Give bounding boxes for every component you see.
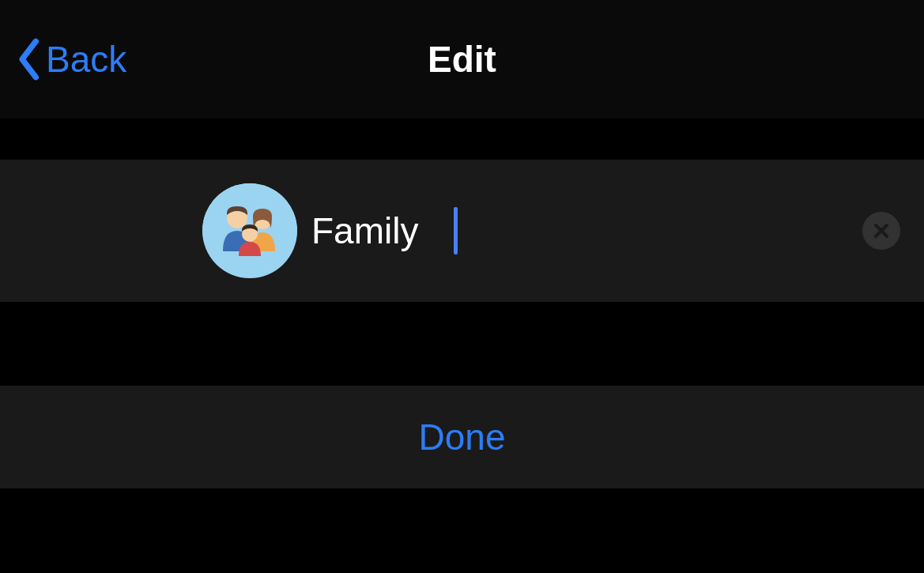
done-button[interactable]: Done bbox=[0, 386, 924, 488]
nav-header: Back Edit bbox=[0, 0, 924, 119]
group-avatar[interactable] bbox=[202, 183, 297, 278]
family-icon bbox=[202, 183, 297, 278]
group-name-input[interactable] bbox=[311, 209, 454, 252]
name-input-wrap bbox=[297, 207, 862, 254]
spacer bbox=[0, 119, 924, 160]
done-label: Done bbox=[419, 416, 506, 458]
name-edit-row bbox=[0, 160, 924, 302]
page-title: Edit bbox=[0, 38, 924, 81]
text-cursor bbox=[454, 207, 458, 254]
chevron-left-icon bbox=[16, 37, 41, 81]
back-button[interactable]: Back bbox=[0, 37, 126, 81]
x-icon bbox=[873, 218, 890, 243]
back-label: Back bbox=[46, 38, 126, 81]
clear-text-button[interactable] bbox=[862, 212, 900, 250]
spacer bbox=[0, 302, 924, 386]
spacer bbox=[0, 488, 924, 573]
